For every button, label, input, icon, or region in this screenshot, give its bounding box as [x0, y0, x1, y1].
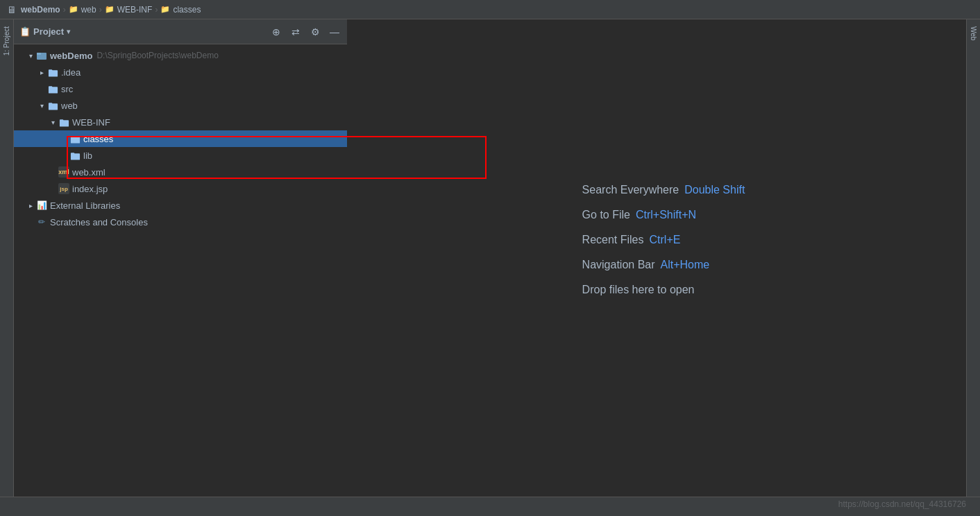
- app-icon: 🖥: [7, 4, 17, 15]
- tree-label-extlibs: External Libraries: [50, 200, 120, 211]
- url-text: https://blog.csdn.net/qq_44316726: [838, 499, 966, 509]
- title-bar: 🖥 webDemo › 📁 web › 📁 WEB-INF › 📁 classe…: [0, 0, 980, 19]
- breadcrumb-folder-icon3: 📁: [160, 5, 170, 14]
- settings-button[interactable]: ⚙: [308, 25, 322, 39]
- collapse-button[interactable]: ⇄: [289, 25, 303, 39]
- libraries-icon: 📊: [36, 200, 47, 211]
- indexjsp-icon: jsp: [58, 183, 69, 194]
- shortcut-row-navbar: Navigation Bar Alt+Home: [582, 259, 745, 271]
- tree-path-webdemo: D:\SpringBootProjects\webDemo: [96, 51, 218, 60]
- panel-title: 📋 Project ▾: [19, 26, 70, 37]
- panel-title-text: Project: [33, 26, 64, 37]
- shortcut-row-gotofile: Go to File Ctrl+Shift+N: [582, 209, 745, 221]
- goto-file-label: Go to File: [582, 209, 630, 221]
- src-folder-icon: [47, 83, 58, 94]
- tree-item-classes[interactable]: classes: [14, 130, 347, 147]
- tree-item-src[interactable]: src: [14, 80, 347, 97]
- status-bar: https://blog.csdn.net/qq_44316726: [0, 497, 980, 516]
- panel-actions: ⊕ ⇄ ⚙ —: [269, 25, 341, 39]
- tree-arrow-extlibs: [25, 202, 36, 209]
- tree-label-src: src: [61, 84, 73, 94]
- tree-label-indexjsp: index.jsp: [72, 184, 108, 194]
- tree-arrow-web: [36, 102, 47, 110]
- tree-item-webdemo[interactable]: webDemo D:\SpringBootProjects\webDemo: [14, 47, 347, 64]
- tree-item-web[interactable]: web: [14, 97, 347, 114]
- scratches-icon: ✏: [36, 216, 47, 227]
- breadcrumb-classes: classes: [173, 5, 201, 15]
- tree-item-extlibs[interactable]: 📊 External Libraries: [14, 197, 347, 214]
- left-sidebar-strip: 1: Project: [0, 19, 14, 516]
- recent-files-key: Ctrl+E: [650, 234, 681, 246]
- tree-arrow-idea: [36, 69, 47, 76]
- right-sidebar-strip: Web: [966, 19, 980, 516]
- tree-arrow-webinf: [47, 119, 58, 126]
- tree-label-idea: .idea: [61, 67, 81, 78]
- webinf-folder-icon: [58, 117, 69, 128]
- recent-files-label: Recent Files: [582, 234, 644, 246]
- tree-label-webinf: WEB-INF: [72, 117, 110, 128]
- search-everywhere-key: Double Shift: [684, 184, 745, 196]
- webxml-icon: xml: [58, 166, 69, 178]
- tree-item-webxml[interactable]: xml web.xml: [14, 164, 347, 180]
- drop-files-label: Drop files here to open: [582, 284, 695, 296]
- project-panel-label[interactable]: 1: Project: [3, 26, 10, 55]
- nav-bar-label: Navigation Bar: [582, 259, 655, 271]
- web-folder-icon: [47, 100, 58, 111]
- goto-file-key: Ctrl+Shift+N: [636, 209, 696, 221]
- svg-rect-1: [37, 53, 41, 55]
- tree-item-scratches[interactable]: ✏ Scratches and Consoles: [14, 214, 347, 230]
- tree-label-webdemo: webDemo: [50, 51, 92, 61]
- breadcrumb-web: web: [81, 5, 96, 15]
- breadcrumb: webDemo › 📁 web › 📁 WEB-INF › 📁 classes: [21, 5, 201, 15]
- lib-folder-icon: [69, 150, 81, 161]
- panel-title-icon: 📋: [19, 26, 31, 37]
- tree-item-lib[interactable]: lib: [14, 147, 347, 164]
- web-panel-label[interactable]: Web: [970, 26, 977, 40]
- tree-label-lib: lib: [83, 150, 92, 161]
- shortcut-row-recentfiles: Recent Files Ctrl+E: [582, 234, 745, 246]
- tree-item-idea[interactable]: .idea: [14, 64, 347, 80]
- editor-area[interactable]: Search Everywhere Double Shift Go to Fil…: [347, 19, 980, 516]
- tree-item-webinf[interactable]: WEB-INF: [14, 114, 347, 130]
- breadcrumb-folder-icon2: 📁: [105, 5, 115, 14]
- project-panel: 📋 Project ▾ ⊕ ⇄ ⚙ — webDemo D:\SpringBoo…: [14, 19, 347, 516]
- tree-arrow-webdemo: [25, 52, 36, 60]
- tree-label-webxml: web.xml: [72, 167, 105, 178]
- tree-label-classes: classes: [83, 134, 113, 144]
- breadcrumb-project: webDemo: [21, 5, 60, 15]
- project-tree: webDemo D:\SpringBootProjects\webDemo .i…: [14, 44, 347, 516]
- shortcut-row-dropfiles: Drop files here to open: [582, 284, 745, 296]
- panel-header: 📋 Project ▾ ⊕ ⇄ ⚙ —: [14, 19, 347, 44]
- idea-folder-icon: [47, 67, 58, 78]
- classes-folder-icon: [69, 133, 81, 144]
- breadcrumb-folder-icon: 📁: [69, 5, 78, 14]
- webdemo-icon: [36, 50, 47, 61]
- tree-label-web: web: [61, 101, 78, 111]
- shortcut-row-search: Search Everywhere Double Shift: [582, 184, 745, 196]
- breadcrumb-webinf: WEB-INF: [117, 5, 153, 15]
- shortcuts-container: Search Everywhere Double Shift Go to Fil…: [582, 184, 745, 296]
- tree-label-scratches: Scratches and Consoles: [50, 217, 148, 227]
- locate-button[interactable]: ⊕: [269, 25, 283, 39]
- panel-dropdown-arrow[interactable]: ▾: [67, 28, 70, 35]
- nav-bar-key: Alt+Home: [661, 259, 710, 271]
- close-button[interactable]: —: [328, 25, 341, 39]
- tree-item-indexjsp[interactable]: jsp index.jsp: [14, 180, 347, 197]
- search-everywhere-label: Search Everywhere: [582, 184, 679, 196]
